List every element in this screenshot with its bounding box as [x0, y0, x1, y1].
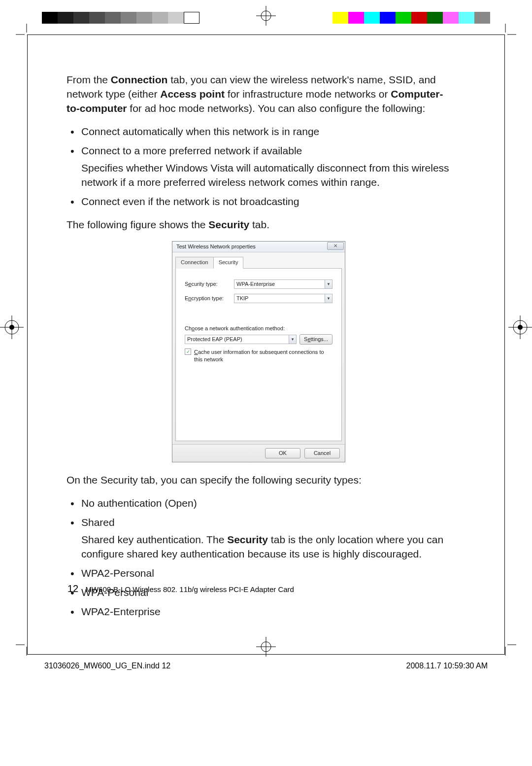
list-item: Connect to a more preferred network if a…	[66, 144, 451, 190]
text: for ad hoc mode networks). You can also …	[127, 103, 426, 114]
dialog-footer: OK Cancel	[172, 444, 345, 462]
text: Specifies whether Windows Vista will aut…	[81, 161, 451, 190]
text: No authentication (Open)	[81, 497, 197, 509]
text: tab.	[249, 219, 269, 230]
page-number: 12	[67, 583, 78, 594]
tab-row: Connection Security	[175, 256, 342, 269]
text: WPA2-Personal	[81, 567, 154, 579]
paragraph-1: From the Connection tab, you can view th…	[66, 73, 451, 116]
paragraph-2: The following figure shows the Security …	[66, 218, 451, 232]
select-encryption-type[interactable]: TKIP ▼	[234, 294, 332, 303]
text: From the	[66, 74, 111, 85]
paragraph-3: On the Security tab, you can specify the…	[66, 473, 451, 487]
footer-product-title: MW600-B-LO Wireless 802. 11b/g wireless …	[85, 585, 294, 593]
bold-text: Connection	[111, 74, 168, 85]
list-item: Connect automatically when this network …	[66, 125, 451, 139]
color-bar	[332, 12, 490, 24]
bullet-list-2: No authentication (Open) Shared Shared k…	[66, 496, 451, 619]
text: Shared key authentication. The	[81, 534, 227, 545]
chevron-down-icon: ▼	[289, 335, 296, 344]
page-body: From the Connection tab, you can view th…	[66, 73, 451, 624]
checkbox-icon: ✓	[185, 348, 191, 355]
chevron-down-icon: ▼	[325, 294, 332, 303]
tab-panel-security: Security type: WPA-Enterprise ▼ Encrypti…	[175, 269, 342, 441]
close-icon: ✕	[333, 243, 337, 249]
label-auth-method: Choose a network authentication method:	[185, 325, 332, 332]
text: The following figure shows the	[66, 219, 208, 230]
cancel-button[interactable]: Cancel	[304, 448, 340, 458]
text: WPA2-Enterprise	[81, 606, 161, 617]
registration-mark-right	[508, 315, 532, 341]
list-item: Shared Shared key authentication. The Se…	[66, 516, 451, 561]
page-footer: 12 MW600-B-LO Wireless 802. 11b/g wirele…	[67, 584, 294, 593]
list-item: Connect even if the network is not broad…	[66, 195, 451, 209]
ok-button[interactable]: OK	[265, 448, 300, 458]
proof-file: 31036026_MW600_UG_EN.indd 12	[44, 662, 170, 670]
label-encryption-type: Encryption type:	[185, 295, 234, 302]
registration-mark-left	[0, 315, 24, 341]
bold-text: Access point	[160, 88, 225, 100]
select-value: Protected EAP (PEAP)	[187, 336, 242, 342]
bold-text: Security	[227, 534, 268, 545]
text: Connect to a more preferred network if a…	[81, 145, 302, 156]
label-security-type: Security type:	[185, 280, 234, 288]
tab-security[interactable]: Security	[213, 257, 244, 269]
list-item: WPA2-Personal	[66, 566, 451, 581]
settings-button[interactable]: Settings...	[299, 334, 332, 345]
text: Shared	[81, 517, 115, 528]
proof-timestamp: 2008.11.7 10:59:30 AM	[406, 662, 488, 670]
checkbox-cache-user-info[interactable]: ✓ Cache user information for subsequent …	[185, 348, 332, 363]
chevron-down-icon: ▼	[325, 280, 332, 288]
text: Connect automatically when this network …	[81, 126, 319, 137]
close-button[interactable]: ✕	[327, 242, 344, 250]
select-value: WPA-Enterprise	[236, 281, 275, 287]
select-auth-method[interactable]: Protected EAP (PEAP) ▼	[185, 335, 297, 344]
proof-footer: 31036026_MW600_UG_EN.indd 12 2008.11.7 1…	[44, 662, 488, 670]
list-item: WPA2-Enterprise	[66, 605, 451, 619]
select-security-type[interactable]: WPA-Enterprise ▼	[234, 279, 332, 289]
dialog-titlebar: Test Wireless Network properties ✕	[172, 242, 345, 252]
registration-mark-top	[256, 6, 276, 26]
tab-connection[interactable]: Connection	[175, 257, 214, 269]
grayscale-bar	[42, 12, 200, 24]
text: for infrastructure mode networks or	[225, 88, 391, 100]
list-item: No authentication (Open)	[66, 496, 451, 511]
dialog-title: Test Wireless Network properties	[176, 244, 256, 249]
bold-text: Security	[208, 219, 249, 230]
wireless-properties-dialog: Test Wireless Network properties ✕ Conne…	[172, 241, 345, 462]
bullet-list-1: Connect automatically when this network …	[66, 125, 451, 209]
text: Connect even if the network is not broad…	[81, 196, 299, 207]
select-value: TKIP	[236, 295, 248, 301]
